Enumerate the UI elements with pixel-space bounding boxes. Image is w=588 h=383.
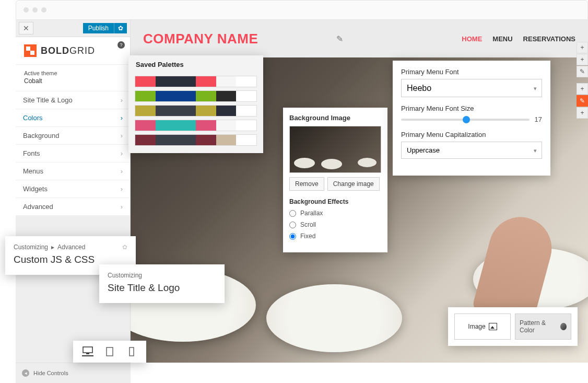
section-title: Site Title & Logo <box>108 282 216 294</box>
breadcrumb: Customizing▸Advanced ✿ <box>14 243 127 251</box>
slider-thumb[interactable] <box>463 116 470 123</box>
publish-button[interactable]: Publish <box>83 23 114 33</box>
menu-item-background[interactable]: Background› <box>16 127 130 145</box>
capitalization-select[interactable]: Uppercase <box>401 142 542 159</box>
hide-controls-link[interactable]: Hide Controls <box>33 370 68 376</box>
active-theme-name: Cobalt <box>24 77 122 85</box>
svg-rect-0 <box>83 347 92 353</box>
palette-swatch <box>236 120 256 131</box>
bg-panel-title: Background Image <box>289 114 381 122</box>
palette-swatch <box>175 135 196 145</box>
device-tablet-button[interactable] <box>104 347 115 356</box>
palette-row[interactable] <box>135 76 257 87</box>
menu-item-site-title[interactable]: Site Title & Logo› <box>16 91 130 109</box>
font-size-slider-row: 17 <box>401 115 542 123</box>
nav-menu[interactable]: MENU <box>492 35 512 43</box>
add-tool-button[interactable]: + <box>577 83 588 95</box>
palette-swatch <box>135 76 156 87</box>
boldgrid-logo-icon <box>24 44 37 57</box>
cap-select-wrap: Uppercase <box>401 142 542 159</box>
palette-swatch <box>216 76 237 87</box>
edit-tool-button-active[interactable]: ✎ <box>577 95 588 107</box>
palette-row[interactable] <box>135 90 257 102</box>
palette-swatch <box>156 91 176 101</box>
edit-pencil-icon[interactable]: ✎ <box>336 34 343 44</box>
brand-text: BOLDGRID <box>41 45 95 56</box>
active-theme-label: Active theme <box>24 70 122 76</box>
font-select-wrap: Heebo <box>401 79 542 97</box>
brand-header: BOLDGRID ? <box>16 37 130 64</box>
add-tool-button[interactable]: + <box>577 42 588 53</box>
menu-item-widgets[interactable]: Widgets› <box>16 180 130 198</box>
image-icon <box>489 323 497 330</box>
chevron-right-icon: › <box>121 149 123 157</box>
chevron-right-icon: › <box>121 185 123 193</box>
device-switcher <box>73 341 146 363</box>
settings-icon[interactable]: ✿ <box>122 243 127 251</box>
menu-item-colors[interactable]: Colors› <box>16 109 130 127</box>
active-theme-box[interactable]: Active theme Cobalt <box>16 64 130 91</box>
window-dot <box>41 7 46 13</box>
font-size-slider[interactable] <box>401 119 530 121</box>
sphere-icon <box>560 323 567 330</box>
help-icon[interactable]: ? <box>117 41 125 49</box>
customizer-sidebar: ✕ Publish ✿ BOLDGRID ? Active theme Coba… <box>16 20 131 363</box>
publish-settings-button[interactable]: ✿ <box>114 23 127 33</box>
breadcrumb-panel-site-title: Customizing Site Title & Logo <box>99 264 225 303</box>
svg-rect-2 <box>107 347 113 356</box>
font-select[interactable]: Heebo <box>401 79 542 97</box>
nav-home[interactable]: HOME <box>462 35 482 43</box>
svg-rect-3 <box>130 347 134 356</box>
capitalization-label: Primary Menu Capitalization <box>401 131 542 138</box>
device-mobile-button[interactable] <box>126 347 137 356</box>
remove-bg-button[interactable]: Remove <box>289 177 324 191</box>
menu-item-fonts[interactable]: Fonts› <box>16 145 130 163</box>
preview-header: COMPANY NAME ✎ HOME MENU RESERVATIONS <box>131 20 588 57</box>
bg-thumbnail[interactable] <box>289 126 381 173</box>
bg-type-pattern-button[interactable]: Pattern & Color <box>515 314 571 340</box>
chevron-right-icon: › <box>121 203 123 211</box>
effect-scroll-radio[interactable]: Scroll <box>289 221 381 228</box>
window-dot <box>23 7 29 13</box>
palette-row[interactable] <box>135 105 257 117</box>
palette-swatch <box>175 91 196 101</box>
svg-rect-1 <box>86 353 89 354</box>
bg-type-image-button[interactable]: Image <box>454 314 511 340</box>
menu-font-panel: Primary Menu Font Heebo Primary Menu Fon… <box>393 61 550 176</box>
window-dot <box>32 7 38 13</box>
palette-swatch <box>236 135 256 145</box>
edit-tool-button[interactable]: ✎ <box>577 66 588 77</box>
company-name[interactable]: COMPANY NAME <box>143 31 258 47</box>
palette-swatch <box>216 120 237 131</box>
palette-swatch <box>196 91 216 101</box>
menu-item-advanced[interactable]: Advanced› <box>16 198 130 216</box>
palette-row[interactable] <box>135 120 257 131</box>
sidebar-bottom-bar: ◂ Hide Controls <box>16 363 131 383</box>
palette-swatch <box>156 106 176 116</box>
menu-item-menus[interactable]: Menus› <box>16 163 130 180</box>
effects-title: Background Effects <box>289 198 381 205</box>
publish-group: Publish ✿ <box>83 23 127 33</box>
palette-swatch <box>196 135 216 145</box>
effect-fixed-radio[interactable]: Fixed <box>289 233 381 240</box>
close-button[interactable]: ✕ <box>19 22 33 34</box>
add-tool-button[interactable]: + <box>577 107 588 119</box>
device-desktop-button[interactable] <box>82 347 93 356</box>
saved-palettes-panel: Saved Palettes <box>128 55 263 153</box>
effect-parallax-radio[interactable]: Parallax <box>289 210 381 217</box>
palette-row[interactable] <box>135 134 257 146</box>
palette-swatch <box>135 135 156 145</box>
breadcrumb: Customizing <box>108 272 216 279</box>
collapse-icon[interactable]: ◂ <box>22 369 29 377</box>
palette-swatch <box>216 135 237 145</box>
palette-swatch <box>156 76 176 87</box>
nav-reservations[interactable]: RESERVATIONS <box>523 35 575 43</box>
change-bg-button[interactable]: Change image <box>327 177 380 191</box>
side-toolbar: + + ✎ + ✎ + <box>577 42 588 119</box>
font-size-value: 17 <box>535 115 542 123</box>
add-tool-button[interactable]: + <box>577 54 588 65</box>
palette-swatch <box>135 106 156 116</box>
background-image-panel: Background Image Remove Change image Bac… <box>283 108 387 252</box>
palette-swatch <box>196 76 216 87</box>
palette-swatch <box>135 91 156 101</box>
